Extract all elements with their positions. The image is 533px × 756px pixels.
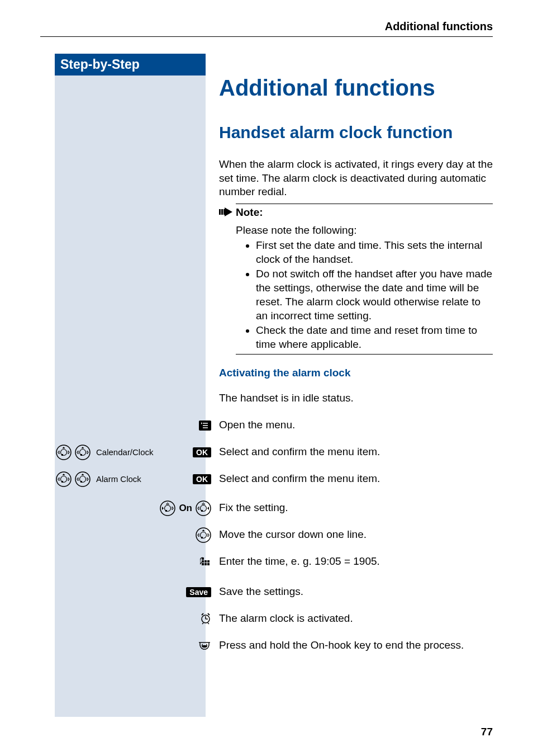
step-idle: The handset is in idle status. xyxy=(219,389,493,408)
alarm-icon xyxy=(200,613,211,625)
step-activated: The alarm clock is activated. xyxy=(219,609,493,629)
navpad-icon xyxy=(56,471,72,487)
step-text: Enter the time, e. g. 19:05 = 1905. xyxy=(219,555,380,569)
ok-button: OK xyxy=(193,447,211,457)
onhook-icon xyxy=(198,640,211,651)
intro-text: When the alarm clock is activated, it ri… xyxy=(219,158,493,199)
note-list: First set the date and time. This sets t… xyxy=(236,239,493,352)
step-text: Save the settings. xyxy=(219,585,303,599)
navpad-icon xyxy=(56,445,72,460)
note-item: Do not switch off the handset after you … xyxy=(256,267,493,323)
menu-item-label: Alarm Clock xyxy=(94,474,189,484)
navpad-icon xyxy=(75,445,91,460)
note-icon xyxy=(219,206,236,353)
step-text: Fix the setting. xyxy=(219,501,288,515)
navpad-icon xyxy=(196,527,211,543)
ok-button: OK xyxy=(193,474,211,484)
menu-item-label: Calendar/Clock xyxy=(94,447,189,457)
step-text: Move the cursor down one line. xyxy=(219,528,367,542)
step-text: The alarm clock is activated. xyxy=(219,612,353,626)
note-lead: Please note the following: xyxy=(236,224,493,237)
navpad-left-icon xyxy=(160,500,175,516)
step-alarm: Alarm Clock OK Select and confirm the me… xyxy=(219,470,493,489)
page-header: Additional functions xyxy=(40,20,493,37)
page-number: 77 xyxy=(481,726,493,738)
step-hold: Press and hold the On-hook key to end th… xyxy=(219,636,493,655)
step-open-menu: Open the menu. xyxy=(219,416,493,435)
step-fix: On Fix the setting. xyxy=(219,499,493,518)
note-bottom-rule xyxy=(236,354,493,355)
section-title: Handset alarm clock function xyxy=(219,123,493,142)
on-label: On xyxy=(179,503,192,514)
step-text: Open the menu. xyxy=(219,418,295,432)
step-calendar: Calendar/Clock OK Select and confirm the… xyxy=(219,443,493,462)
step-cursor: Move the cursor down one line. xyxy=(219,526,493,545)
step-save: Save Save the settings. xyxy=(219,583,493,602)
navpad-icon xyxy=(75,471,91,487)
main-content: Additional functions Handset alarm clock… xyxy=(219,75,493,663)
note-top-rule xyxy=(236,204,493,204)
note-block: Note: Please note the following: First s… xyxy=(219,206,493,353)
save-button: Save xyxy=(186,587,211,597)
step-text: Select and confirm the menu item. xyxy=(219,472,380,486)
note-item: First set the date and time. This sets t… xyxy=(256,239,493,266)
step-text: Press and hold the On-hook key to end th… xyxy=(219,639,464,653)
step-time: Enter the time, e. g. 19:05 = 1905. xyxy=(219,552,493,571)
keypad-icon xyxy=(200,556,211,568)
header-section: Additional functions xyxy=(385,20,493,32)
menu-icon xyxy=(199,420,211,431)
note-title: Note: xyxy=(236,206,493,219)
step-text: The handset is in idle status. xyxy=(219,391,354,405)
note-item: Check the date and time and reset from t… xyxy=(256,324,493,351)
navpad-right-icon xyxy=(196,500,211,516)
page-title: Additional functions xyxy=(219,75,493,101)
step-text: Select and confirm the menu item. xyxy=(219,445,380,459)
sidebar-tab: Step-by-Step xyxy=(55,54,206,75)
subsection-title: Activating the alarm clock xyxy=(219,367,493,379)
